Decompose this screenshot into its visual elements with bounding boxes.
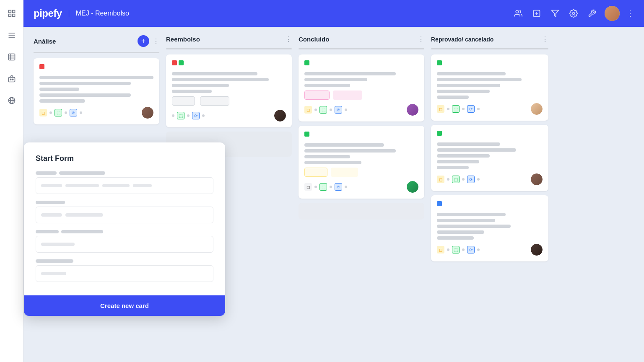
column-analise-more-button[interactable]: ⋮ (153, 37, 159, 45)
card-reprovado-1[interactable]: ◻ ⬚ ⟳ (431, 54, 548, 121)
card-badges (304, 90, 418, 100)
column-concluido-header: Concluído ⋮ (299, 35, 424, 43)
card-dot (462, 248, 465, 251)
card-tags (437, 60, 543, 69)
svg-point-13 (12, 79, 13, 80)
import-icon[interactable] (531, 8, 543, 19)
card-dot (345, 109, 347, 111)
card-tags (39, 64, 153, 72)
card-line (39, 93, 131, 97)
form-field-1 (36, 171, 213, 194)
card-concluido-2[interactable]: ◻ ⬚ ⟳ (299, 126, 424, 199)
card-icon-green[interactable]: ⬚ (319, 106, 327, 114)
field-input-2[interactable] (36, 207, 213, 223)
people-icon[interactable] (512, 8, 524, 19)
card-icon-green[interactable]: ⬚ (55, 109, 62, 116)
card-icon-orange[interactable]: ◻ (437, 176, 444, 183)
card-dot (202, 114, 205, 117)
card-avatar (531, 173, 543, 185)
card-dot (49, 111, 52, 114)
wrench-icon[interactable] (586, 8, 598, 19)
svg-rect-0 (8, 10, 11, 13)
nav-bot-icon[interactable] (5, 72, 18, 85)
label-bar (36, 259, 73, 263)
left-nav (0, 0, 23, 362)
column-reembolso-more-button[interactable]: ⋮ (285, 35, 292, 43)
column-concluido-divider (299, 48, 424, 49)
card-line (437, 166, 469, 169)
card-icon-orange[interactable]: ◻ (437, 246, 444, 253)
card-icon-blue[interactable]: ⟳ (192, 112, 200, 119)
card-dot (447, 248, 449, 251)
card-avatar (274, 110, 286, 122)
card-icon-blue[interactable]: ⟳ (70, 109, 77, 116)
card-line (437, 148, 516, 152)
settings-icon[interactable] (568, 8, 579, 19)
card-icon-green[interactable]: ⬚ (452, 246, 460, 253)
create-new-card-button[interactable]: Create new card (24, 295, 225, 316)
card-line (304, 72, 396, 75)
card-badges (304, 168, 418, 177)
svg-point-17 (516, 10, 519, 13)
column-reprovado-more-button[interactable]: ⋮ (542, 35, 548, 43)
card-analise-1[interactable]: ◻ ⬚ ⟳ (34, 58, 159, 124)
nav-list-icon[interactable] (5, 28, 18, 42)
card-icon-green[interactable]: ⬚ (452, 105, 460, 113)
card-reprovado-2[interactable]: ◻ ⬚ ⟳ (431, 125, 548, 191)
card-concluido-1[interactable]: ◻ ⬚ ⟳ (299, 54, 424, 122)
card-icon-green[interactable]: ⬚ (319, 183, 327, 191)
card-badge-outline (172, 96, 195, 106)
column-analise-title: Análise (34, 38, 134, 45)
input-placeholder-bar (41, 243, 75, 246)
field-input-4[interactable] (36, 265, 213, 282)
card-footer: ◻ ⬚ ⟳ (437, 103, 543, 115)
card-avatar (142, 107, 153, 119)
card-icon-blue[interactable]: ⟳ (335, 183, 342, 191)
card-reembolso-1[interactable]: ⬚ ⟳ (166, 54, 292, 127)
card-badges (172, 96, 286, 106)
field-input-3[interactable] (36, 236, 213, 253)
svg-rect-1 (12, 10, 15, 13)
field-label-4 (36, 259, 213, 263)
svg-rect-11 (8, 78, 15, 82)
svg-rect-3 (12, 14, 15, 17)
card-line (437, 84, 500, 87)
card-icon[interactable]: ◻ (304, 183, 312, 191)
card-line (437, 225, 511, 228)
card-icon-blue[interactable]: ⟳ (467, 176, 475, 183)
card-avatar (531, 103, 543, 115)
card-avatar (531, 244, 543, 256)
filter-icon[interactable] (549, 8, 561, 19)
nav-globe-icon[interactable] (5, 94, 18, 107)
card-icon-orange[interactable]: ◻ (304, 106, 312, 114)
card-reprovado-3[interactable]: ◻ ⬚ ⟳ (431, 195, 548, 261)
card-footer-icons: ◻ ⬚ ⟳ (437, 176, 480, 183)
column-concluido-more-button[interactable]: ⋮ (418, 35, 424, 43)
field-input-inner (41, 178, 208, 194)
column-reprovado: Reprovado/ cancelado ⋮ ◻ (431, 35, 548, 354)
card-tag-green (304, 60, 309, 65)
card-line (172, 84, 229, 87)
field-input-1[interactable] (36, 177, 213, 194)
column-reprovado-header: Reprovado/ cancelado ⋮ (431, 35, 548, 43)
card-dot (345, 186, 347, 188)
card-icon-green[interactable]: ⬚ (177, 112, 184, 119)
column-analise-add-button[interactable]: + (138, 35, 149, 47)
card-icon-orange[interactable]: ◻ (39, 109, 47, 116)
column-concluido-title: Concluído (299, 36, 414, 43)
card-badge-pink (304, 90, 330, 100)
card-line (437, 96, 469, 99)
card-footer: ◻ ⬚ ⟳ (437, 173, 543, 185)
card-icon-blue[interactable]: ⟳ (335, 106, 342, 114)
field-label-2 (36, 201, 213, 204)
header-more-button[interactable]: ⋮ (626, 9, 634, 18)
card-icon-orange[interactable]: ◻ (437, 105, 444, 113)
svg-point-20 (573, 13, 575, 15)
card-icon-blue[interactable]: ⟳ (467, 105, 475, 113)
header-user-avatar[interactable] (605, 6, 620, 21)
nav-table-icon[interactable] (5, 50, 18, 64)
card-dot (330, 109, 332, 111)
card-icon-green[interactable]: ⬚ (452, 176, 460, 183)
nav-grid-icon[interactable] (5, 7, 18, 20)
card-icon-blue[interactable]: ⟳ (467, 246, 475, 253)
